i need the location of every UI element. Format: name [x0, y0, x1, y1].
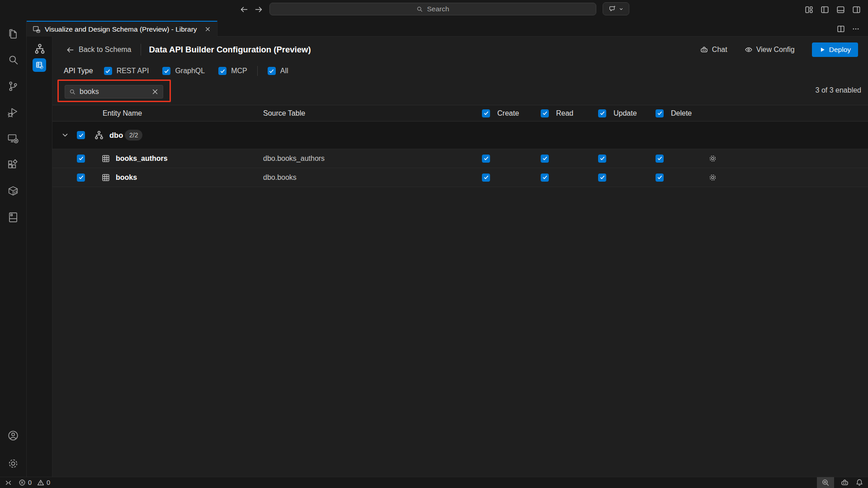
- tab-close-button[interactable]: [203, 24, 212, 34]
- search-icon: [69, 89, 76, 95]
- activity-database-button[interactable]: [0, 204, 26, 230]
- tab-title: Visualize and Design Schema (Preview) - …: [45, 25, 197, 33]
- activity-container-button[interactable]: [0, 178, 26, 204]
- group-name: dbo: [109, 131, 123, 140]
- create-checkbox[interactable]: [482, 155, 490, 163]
- clear-search-button[interactable]: [151, 88, 159, 95]
- panel-header: Back to Schema Data API Builder Configur…: [52, 37, 868, 63]
- entity-name: books_authors: [116, 155, 168, 163]
- deploy-label: Deploy: [829, 46, 851, 54]
- title-bar: Search: [0, 0, 868, 21]
- customize-layout-button[interactable]: [803, 4, 814, 15]
- problems-indicator[interactable]: 0 0: [19, 477, 50, 488]
- notifications-bell-button[interactable]: [855, 479, 863, 487]
- read-checkbox[interactable]: [541, 174, 549, 182]
- update-all-checkbox[interactable]: [598, 109, 606, 117]
- activity-bar: [0, 21, 27, 477]
- arrow-right-icon: [254, 5, 263, 14]
- group-expand-chevron[interactable]: [61, 131, 69, 139]
- delete-checkbox[interactable]: [656, 174, 664, 182]
- row-settings-gear-button[interactable]: [708, 173, 717, 182]
- deploy-button[interactable]: Deploy: [812, 42, 858, 57]
- split-editor-button[interactable]: [836, 24, 845, 33]
- activity-explorer-button[interactable]: [0, 21, 26, 47]
- update-column-header[interactable]: Update: [598, 109, 637, 117]
- api-type-filter-row: API Type REST API GraphQL MCP All: [64, 65, 288, 77]
- nav-back-button[interactable]: [238, 4, 250, 15]
- debug-icon: [7, 106, 19, 119]
- activity-search-button[interactable]: [0, 47, 26, 73]
- account-icon: [7, 429, 19, 442]
- mcp-checkbox-item[interactable]: MCP: [218, 67, 247, 75]
- tab-visualize-design-schema[interactable]: Visualize and Design Schema (Preview) - …: [27, 21, 217, 37]
- search-icon: [7, 54, 19, 66]
- activity-settings-button[interactable]: [0, 450, 26, 477]
- source-table: dbo.books_authors: [263, 155, 325, 163]
- toggle-panel-button[interactable]: [835, 4, 846, 15]
- row-checkbox[interactable]: [77, 174, 85, 182]
- read-checkbox[interactable]: [541, 155, 549, 163]
- schema-designer-toolbar: [27, 37, 52, 477]
- all-checkbox[interactable]: [268, 67, 276, 75]
- delete-all-checkbox[interactable]: [656, 109, 664, 117]
- sidebar-right-icon: [852, 5, 861, 14]
- dab-config-button[interactable]: [33, 58, 46, 72]
- eye-icon: [745, 46, 753, 54]
- chevron-down-icon: [618, 6, 624, 12]
- enabled-summary: 3 of 3 enabled: [816, 86, 861, 94]
- create-checkbox[interactable]: [482, 174, 490, 182]
- entity-name: books: [116, 174, 137, 182]
- all-label: All: [280, 67, 288, 75]
- create-all-checkbox[interactable]: [482, 109, 490, 117]
- copilot-status-button[interactable]: [840, 479, 849, 487]
- read-all-checkbox[interactable]: [541, 109, 549, 117]
- entity-search-input[interactable]: books: [65, 85, 163, 99]
- rest-api-checkbox-item[interactable]: REST API: [104, 67, 149, 75]
- activity-source-control-button[interactable]: [0, 73, 26, 99]
- activity-run-debug-button[interactable]: [0, 99, 26, 126]
- editor-more-actions-button[interactable]: [852, 25, 860, 33]
- create-column-label: Create: [497, 109, 519, 117]
- status-bar: 0 0: [0, 477, 868, 488]
- rest-api-checkbox[interactable]: [104, 67, 112, 75]
- update-checkbox[interactable]: [598, 155, 606, 163]
- back-to-schema-button[interactable]: Back to Schema: [66, 46, 132, 54]
- group-checkbox[interactable]: [77, 131, 85, 139]
- toggle-secondary-sidebar-button[interactable]: [851, 4, 862, 15]
- graphql-checkbox[interactable]: [162, 67, 170, 75]
- delete-column-label: Delete: [671, 109, 692, 117]
- chat-label: Chat: [712, 46, 727, 54]
- table-row: books_authors dbo.books_authors: [52, 149, 868, 168]
- activity-accounts-button[interactable]: [0, 422, 26, 449]
- delete-checkbox[interactable]: [656, 155, 664, 163]
- entity-name-column-header: Entity Name: [103, 109, 142, 117]
- read-column-header[interactable]: Read: [541, 109, 573, 117]
- activity-extensions-button[interactable]: [0, 152, 26, 178]
- copilot-chat-icon: [609, 5, 616, 13]
- customize-layout-icon: [804, 5, 814, 14]
- nav-forward-button[interactable]: [253, 4, 264, 15]
- row-settings-gear-button[interactable]: [708, 154, 717, 163]
- row-checkbox[interactable]: [77, 155, 85, 163]
- copilot-menu-button[interactable]: [603, 2, 629, 15]
- schema-group-row: dbo 2/2: [52, 122, 868, 149]
- graphql-checkbox-item[interactable]: GraphQL: [162, 67, 205, 75]
- files-icon: [7, 28, 19, 40]
- command-center-search[interactable]: Search: [269, 3, 596, 15]
- view-schema-button[interactable]: [33, 42, 46, 55]
- rest-api-label: REST API: [117, 67, 149, 75]
- update-checkbox[interactable]: [598, 174, 606, 182]
- create-column-header[interactable]: Create: [482, 109, 519, 117]
- activity-remote-explorer-button[interactable]: [0, 126, 26, 152]
- view-config-button[interactable]: View Config: [745, 46, 795, 54]
- header-divider: [141, 44, 141, 56]
- mcp-checkbox[interactable]: [218, 67, 226, 75]
- remote-indicator-button[interactable]: [5, 479, 12, 487]
- all-checkbox-item[interactable]: All: [268, 67, 288, 75]
- toggle-primary-sidebar-button[interactable]: [819, 4, 830, 15]
- chat-button[interactable]: Chat: [700, 46, 727, 54]
- table-icon: [101, 173, 110, 182]
- delete-column-header[interactable]: Delete: [656, 109, 692, 117]
- zoom-status-button[interactable]: [817, 477, 834, 488]
- annotation-highlight: books: [57, 80, 171, 102]
